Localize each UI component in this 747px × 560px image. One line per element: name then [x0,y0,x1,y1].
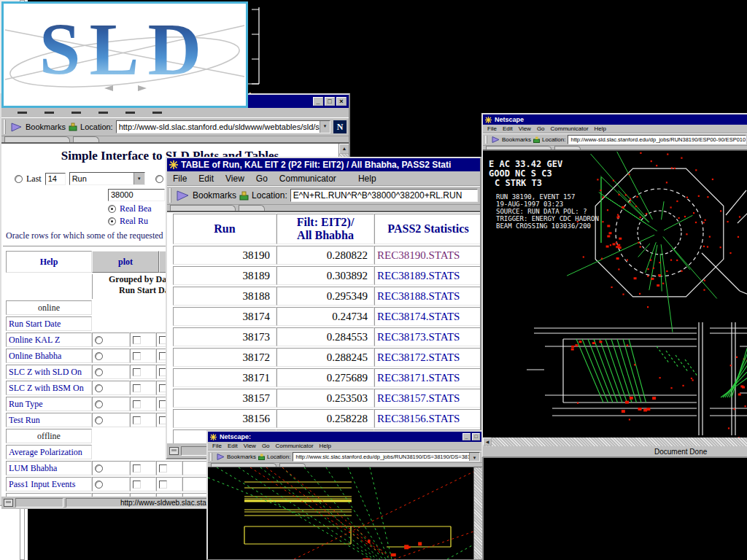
last-radio[interactable] [15,175,23,183]
menu-file[interactable]: File [173,174,187,184]
menu-file[interactable]: File [212,443,222,449]
row-label-link[interactable]: LUM Bhabha [6,461,92,475]
plot-radio[interactable] [95,481,103,489]
tabulate-checkbox[interactable] [133,464,141,472]
minimize-button[interactable]: _ [462,433,471,440]
location-field[interactable]: E^N+RL.RUN^R^B^38000^38200+RL.RUN [290,189,478,202]
location-url[interactable]: E^N+RL.RUN^R^B^38000^38200+RL.RUN [291,190,477,201]
menu-view[interactable]: View [244,443,256,449]
plot-radio[interactable] [95,400,103,408]
location-url[interactable]: http://www-sld.slac.stanford.edu/dp_jobs… [568,136,746,144]
tabulate-checkbox[interactable] [133,400,141,408]
run-start-date-link[interactable]: Run Start Date [6,316,92,331]
tabulate-checkbox[interactable] [133,416,141,424]
toolbar-grip[interactable] [485,136,489,144]
location-icon[interactable] [239,191,249,201]
menu-help[interactable]: Help [595,125,606,132]
toolbar-tab[interactable] [73,136,99,142]
location-field[interactable]: http://www.slc.slac.stanford.edu/dp_jobs… [293,452,480,462]
bookmark-icon[interactable] [11,122,23,132]
menu-help[interactable]: Help [358,174,376,184]
tabulate-checkbox[interactable] [159,481,167,489]
online-section-button[interactable]: online [6,300,92,315]
run-start-input[interactable]: 38000 [108,189,165,201]
horizontal-scrollbar[interactable]: ◀ [483,438,747,446]
avg-polarization-link[interactable]: Average Polarization [6,445,92,459]
bookmarks-label[interactable]: Bookmarks [502,136,531,143]
run-range-radio[interactable] [155,175,163,183]
chevron-down-icon[interactable]: ▼ [133,173,144,184]
security-icon[interactable] [4,499,13,507]
menu-bar[interactable] [1,108,349,117]
stats-link[interactable]: REC38171.STATS [374,368,480,387]
plot-radio[interactable] [95,416,103,424]
toolbar-tab[interactable] [239,205,265,211]
interval-select[interactable]: Run ▼ [69,172,145,185]
tabulate-checkbox[interactable] [133,368,141,376]
toolbar-grip[interactable] [169,188,173,203]
stats-link[interactable]: REC38189.STATS [374,266,480,285]
toolbar-tab[interactable] [554,146,581,149]
menu-go[interactable]: Go [262,443,270,449]
toolbar-tab[interactable] [4,136,70,142]
location-icon[interactable] [533,136,540,143]
bookmarks-label[interactable]: Bookmarks [193,190,236,201]
menu-view[interactable]: View [225,174,244,184]
bookmark-icon[interactable] [492,136,500,143]
row-label-link[interactable]: SLC Z with SLD On [6,365,92,379]
maximize-button[interactable]: □ [472,433,480,440]
menu-view[interactable]: View [519,125,531,132]
menu-communicator[interactable]: Communicator [551,125,589,132]
stats-link[interactable]: REC38174.STATS [374,307,480,326]
location-url[interactable]: http://www.slc.slac.stanford.edu/dp_jobs… [293,453,469,461]
plot-radio[interactable] [95,352,103,360]
menu-help[interactable]: Help [320,443,331,449]
toolbar-tab[interactable] [211,463,276,467]
toolbar-tab[interactable] [170,205,236,211]
menu-go[interactable]: Go [256,174,268,184]
scroll-left-button[interactable]: ◀ [483,438,492,446]
tabulate-checkbox[interactable] [133,497,141,497]
close-button[interactable]: × [336,97,347,106]
row-label-link[interactable]: Test Run [6,413,92,427]
bookmark-icon[interactable] [177,190,190,201]
plot-radio[interactable] [95,336,103,344]
bookmarks-label[interactable]: Bookmarks [227,454,256,460]
plot-radio[interactable] [95,497,103,497]
tabulate-checkbox[interactable] [133,384,141,392]
row-label-link[interactable]: Online Bhabha [6,349,92,363]
stats-link[interactable]: REC38173.STATS [374,327,480,346]
location-dropdown[interactable]: ▼ [469,453,479,461]
row-label-link[interactable]: Pass1 Input Events [6,477,92,491]
security-icon[interactable] [169,447,179,455]
toolbar-grip[interactable] [210,453,214,461]
location-field[interactable]: http://www-sld.slac.stanford.edu/dp_jobs… [568,135,746,144]
stats-link[interactable]: REC38156.STATS [374,409,480,428]
location-field[interactable]: http://www-sld.slac.stanford.edu/sldwww/… [116,120,330,133]
menu-communicator[interactable]: Communicator [279,174,336,184]
row-label-link[interactable]: Online KAL Z [6,332,92,347]
plot-button[interactable]: plot [92,251,159,273]
tabulate-checkbox[interactable] [133,481,141,489]
row-label-link[interactable]: KAL EIT Z with CDC [6,493,92,497]
title-bar[interactable]: Netscape [483,114,747,125]
stats-link[interactable]: REC38190.STATS [374,246,480,265]
stats-link[interactable]: REC38188.STATS [374,287,480,306]
toolbar-tab[interactable] [486,146,551,149]
location-url[interactable]: http://www-sld.slac.stanford.edu/sldwww/… [117,121,320,133]
toolbar-grip[interactable] [4,120,7,134]
location-dropdown[interactable]: ▼ [320,121,330,133]
location-icon[interactable] [258,454,265,460]
last-count-input[interactable]: 14 [45,173,66,185]
menu-edit[interactable]: Edit [503,125,513,132]
vertical-scrollbar[interactable] [473,467,482,559]
stats-link[interactable]: REC38157.STATS [374,389,480,408]
menu-go[interactable]: Go [537,125,545,132]
tabulate-checkbox[interactable] [133,336,141,344]
tabulate-checkbox[interactable] [159,497,167,497]
bookmarks-label[interactable]: Bookmarks [26,122,66,131]
toolbar-tab[interactable] [279,463,306,467]
real-beam-radio[interactable] [108,205,116,213]
title-bar[interactable]: Netscape: _ □ [208,432,482,442]
title-bar[interactable]: TABLE of Run, KAL EIT 2 (P2 Filt: EIT2) … [167,158,480,171]
